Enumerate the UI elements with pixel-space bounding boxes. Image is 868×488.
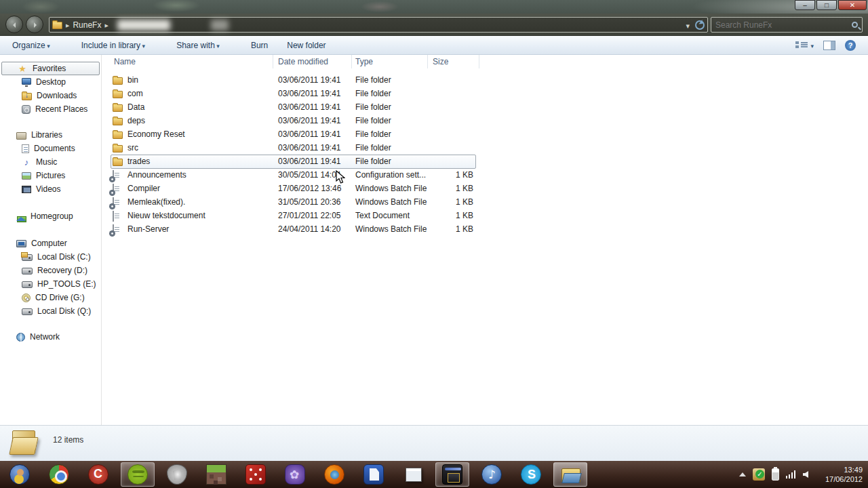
censored-breadcrumb-blur bbox=[117, 20, 170, 30]
sidebar-item-videos[interactable]: Videos bbox=[0, 182, 101, 196]
sidebar-item-local-disk-q[interactable]: Local Disk (Q:) bbox=[0, 304, 101, 318]
column-header-date-modified[interactable]: Date modified bbox=[278, 57, 328, 66]
file-row[interactable]: deps 03/06/2011 19:41 File folder bbox=[102, 115, 868, 128]
file-row[interactable]: com 03/06/2011 19:41 File folder bbox=[102, 87, 868, 101]
battery-icon[interactable] bbox=[772, 468, 779, 481]
network-signal-icon[interactable] bbox=[786, 470, 796, 479]
spotify-icon bbox=[127, 464, 148, 485]
column-divider[interactable] bbox=[479, 55, 479, 68]
taskbar-button-minecraft[interactable] bbox=[199, 462, 233, 487]
file-row[interactable]: src 03/06/2011 19:41 File folder bbox=[102, 142, 868, 155]
breadcrumb-separator-icon bbox=[66, 22, 69, 28]
address-dropdown-icon[interactable] bbox=[686, 19, 690, 31]
taskbar-button-ccleaner[interactable] bbox=[81, 462, 115, 487]
taskbar-button-itunes[interactable] bbox=[475, 462, 509, 487]
refresh-icon[interactable] bbox=[695, 20, 705, 30]
batch-file-icon bbox=[113, 184, 114, 195]
volume-icon[interactable] bbox=[803, 471, 808, 478]
minimize-button[interactable]: – bbox=[795, 0, 815, 10]
change-view-button[interactable] bbox=[795, 41, 814, 50]
column-divider[interactable] bbox=[273, 55, 273, 68]
show-hidden-icons-button[interactable] bbox=[739, 469, 746, 476]
network-globe-icon bbox=[16, 333, 25, 342]
search-box[interactable] bbox=[711, 17, 863, 33]
sidebar-item-downloads[interactable]: Downloads bbox=[0, 89, 101, 102]
taskbar-button-spotify[interactable] bbox=[121, 462, 155, 487]
help-button[interactable]: ? bbox=[845, 40, 856, 51]
sidebar-item-favorites[interactable]: Favorites bbox=[1, 62, 100, 75]
folder-icon bbox=[113, 104, 123, 112]
taskbar-button-window-app[interactable] bbox=[396, 462, 430, 487]
column-header-type[interactable]: Type bbox=[355, 57, 373, 66]
computer-icon bbox=[16, 240, 26, 247]
windows-explorer-icon bbox=[560, 464, 580, 485]
window-app-icon bbox=[403, 464, 423, 485]
file-row[interactable]: bin 03/06/2011 19:41 File folder bbox=[102, 74, 868, 87]
column-divider[interactable] bbox=[427, 55, 428, 68]
column-header-name[interactable]: Name bbox=[114, 57, 136, 66]
file-row[interactable]: Nieuw tekstdocument 27/01/2011 22:05 Tex… bbox=[102, 209, 868, 223]
desktop-icon bbox=[22, 78, 31, 85]
breadcrumb-root[interactable]: RuneFx bbox=[73, 20, 101, 30]
file-row[interactable]: Data 03/06/2011 19:41 File folder bbox=[102, 101, 868, 115]
taskbar-button-shield-app[interactable] bbox=[160, 462, 194, 487]
sidebar-item-homegroup[interactable]: Homegroup bbox=[0, 209, 101, 223]
file-list: Name Date modified Type Size bin 03/06/2… bbox=[102, 55, 868, 425]
messenger-icon bbox=[9, 464, 30, 485]
burn-button[interactable]: Burn bbox=[244, 38, 275, 53]
maximize-button[interactable]: □ bbox=[816, 0, 837, 10]
address-bar[interactable]: RuneFx bbox=[49, 17, 708, 33]
sidebar-item-local-disk-c[interactable]: Local Disk (C:) bbox=[0, 250, 101, 264]
sidebar-item-desktop[interactable]: Desktop bbox=[0, 75, 101, 89]
preview-pane-button[interactable] bbox=[823, 41, 835, 50]
sidebar-item-music[interactable]: Music bbox=[0, 155, 101, 169]
taskbar-button-skype[interactable] bbox=[514, 462, 548, 487]
cd-drive-icon bbox=[22, 293, 31, 302]
back-button[interactable] bbox=[5, 16, 23, 33]
file-row[interactable]: Run-Server 24/04/2011 14:20 Windows Batc… bbox=[102, 223, 868, 237]
hard-drive-icon bbox=[22, 308, 33, 315]
film-icon bbox=[22, 186, 31, 193]
file-row-selected[interactable]: trades 03/06/2011 19:41 File folder bbox=[102, 155, 476, 169]
forward-button[interactable] bbox=[26, 16, 43, 33]
items-count-label: 12 items bbox=[53, 435, 83, 445]
taskbar-clock[interactable]: 13:49 17/06/2012 bbox=[819, 465, 863, 484]
sidebar-item-recovery-d[interactable]: Recovery (D:) bbox=[0, 264, 101, 277]
taskbar-button-messenger[interactable] bbox=[3, 462, 37, 487]
folder-icon bbox=[113, 91, 123, 98]
sidebar-item-documents[interactable]: Documents bbox=[0, 142, 101, 155]
taskbar-button-dice-app[interactable] bbox=[239, 462, 273, 487]
taskbar-button-firefox[interactable] bbox=[317, 462, 351, 487]
antivirus-tray-icon[interactable] bbox=[753, 468, 765, 481]
sidebar-item-network[interactable]: Network bbox=[0, 330, 101, 344]
sidebar-item-libraries[interactable]: Libraries bbox=[0, 128, 101, 142]
column-header-size[interactable]: Size bbox=[433, 57, 448, 66]
breadcrumb-separator-icon bbox=[104, 22, 108, 28]
sidebar-item-pictures[interactable]: Pictures bbox=[0, 169, 101, 182]
sidebar-item-computer[interactable]: Computer bbox=[0, 237, 101, 250]
file-row[interactable]: Announcements 30/05/2011 14:04 Configura… bbox=[102, 169, 868, 182]
desktop-top-strip: – □ ✕ bbox=[0, 0, 868, 14]
file-row[interactable]: Economy Reset 03/06/2011 19:41 File fold… bbox=[102, 128, 868, 142]
taskbar-button-blue-app[interactable] bbox=[357, 462, 391, 487]
organize-button[interactable]: Organize bbox=[5, 38, 57, 53]
column-divider[interactable] bbox=[351, 55, 352, 68]
taskbar-button-chrome[interactable] bbox=[42, 462, 76, 487]
sidebar-item-recent-places[interactable]: Recent Places bbox=[0, 102, 101, 116]
taskbar-button-flower-app[interactable] bbox=[278, 462, 312, 487]
share-with-button[interactable]: Share with bbox=[170, 38, 226, 53]
text-file-icon bbox=[113, 211, 114, 222]
details-pane: 12 items bbox=[0, 425, 868, 461]
firefox-icon bbox=[324, 464, 344, 485]
close-button[interactable]: ✕ bbox=[838, 0, 867, 10]
new-folder-button[interactable]: New folder bbox=[280, 38, 332, 53]
taskbar-button-explorer[interactable] bbox=[553, 462, 587, 487]
taskbar-button-runescape[interactable] bbox=[435, 462, 469, 487]
file-row[interactable]: Compiler 17/06/2012 13:46 Windows Batch … bbox=[102, 182, 868, 196]
search-icon[interactable] bbox=[852, 22, 858, 28]
include-in-library-button[interactable]: Include in library bbox=[75, 38, 152, 53]
search-input[interactable] bbox=[715, 20, 852, 30]
file-row[interactable]: Memleak(fixed). 31/05/2011 20:36 Windows… bbox=[102, 196, 868, 209]
sidebar-item-cd-drive-g[interactable]: CD Drive (G:) bbox=[0, 291, 101, 304]
sidebar-item-hp-tools-e[interactable]: HP_TOOLS (E:) bbox=[0, 277, 101, 291]
